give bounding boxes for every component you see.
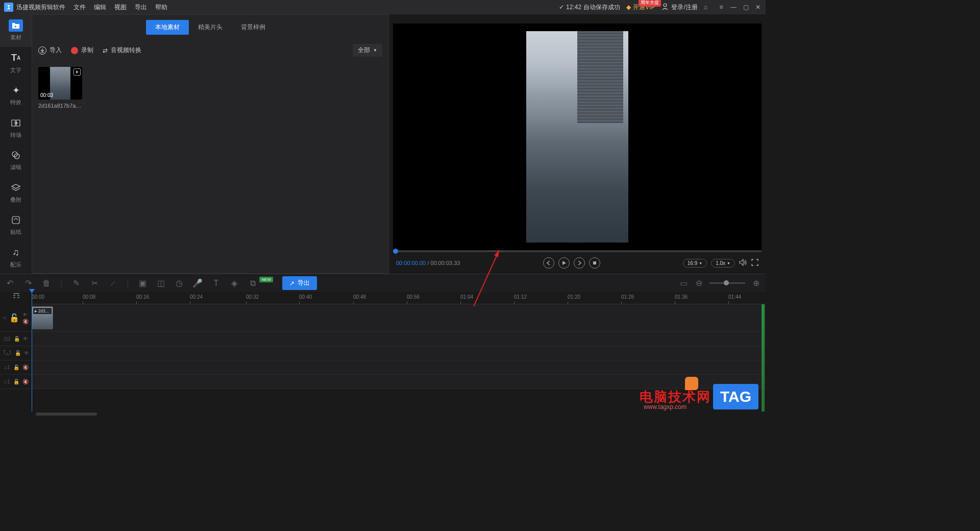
scrollbar-thumb[interactable] xyxy=(36,413,97,416)
audio-track-icon: ♫1 xyxy=(3,365,10,370)
voice-icon[interactable]: 🎤 xyxy=(193,279,202,288)
vip-button[interactable]: ◆ 开通VIP 周年大促 xyxy=(626,3,655,12)
zoom-in-icon[interactable]: ⊕ xyxy=(751,279,761,288)
convert-button[interactable]: ⇄ 音视频转换 xyxy=(103,46,141,55)
lock-icon[interactable]: 🔓 xyxy=(13,365,19,370)
lock-icon[interactable]: 🔓 xyxy=(14,336,20,342)
login-button[interactable]: 登录/注册 xyxy=(661,3,697,12)
lock-icon[interactable]: 🔓 xyxy=(15,350,21,356)
next-frame-button[interactable] xyxy=(574,257,585,269)
playhead[interactable] xyxy=(32,292,32,417)
timeline-scrollbar[interactable] xyxy=(32,412,766,417)
visible-icon[interactable]: 👁 xyxy=(22,312,29,318)
visible-icon[interactable]: 👁 xyxy=(24,350,29,356)
check-icon: ✓ xyxy=(559,4,564,11)
home-icon[interactable]: ⌂ xyxy=(704,4,707,11)
sidebar-item-overlay[interactable]: 叠附 xyxy=(0,177,32,209)
volume-icon[interactable] xyxy=(739,259,747,267)
speed-dropdown[interactable]: 1.0x ▼ xyxy=(711,259,735,268)
menu-view[interactable]: 视图 xyxy=(114,3,127,12)
mute-icon[interactable]: 🔇 xyxy=(22,365,29,370)
tab-background-samples[interactable]: 背景样例 xyxy=(232,20,275,35)
mute-icon[interactable]: 🔇 xyxy=(22,379,29,384)
speed-icon[interactable]: ◷ xyxy=(175,279,184,288)
user-icon xyxy=(661,3,669,12)
menu-help[interactable]: 帮助 xyxy=(155,3,167,12)
zoom-slider[interactable] xyxy=(709,282,745,284)
ruler-tick: 01:28 xyxy=(621,294,634,300)
preview-panel: 00:00:00.00 / 00:00:03.33 16:9 ▼ 1.0x ▼ xyxy=(389,14,766,274)
aspect-label: 16:9 xyxy=(688,260,697,266)
text-track[interactable]: TA1🔓👁 xyxy=(0,346,766,360)
visible-icon[interactable]: 👁 xyxy=(23,336,28,342)
undo-icon[interactable]: ↶ xyxy=(5,279,14,288)
music-icon: ♫ xyxy=(9,247,23,259)
sidebar-item-media[interactable]: 素材 xyxy=(0,14,32,47)
time-separator: / xyxy=(426,260,430,266)
lock-icon[interactable]: 🔓 xyxy=(13,379,19,384)
split-icon[interactable]: ✂ xyxy=(90,279,99,288)
timeline-ruler[interactable]: 00:00 00:08 00:16 00:24 00:32 00:40 00:4… xyxy=(32,292,766,304)
chevron-down-icon: ▼ xyxy=(373,48,377,53)
menu-edit[interactable]: 编辑 xyxy=(94,3,106,12)
stop-button[interactable] xyxy=(589,257,600,269)
menu-file[interactable]: 文件 xyxy=(74,3,86,12)
copy-icon[interactable]: ⧉ xyxy=(248,279,257,288)
transition-icon xyxy=(9,117,23,129)
app-title: 迅捷视频剪辑软件 xyxy=(16,3,65,12)
record-button[interactable]: 录制 xyxy=(71,46,93,55)
timeline-end-marker xyxy=(762,304,765,412)
tab-local-media[interactable]: 本地素材 xyxy=(146,20,189,35)
keyframe-icon[interactable]: ◈ xyxy=(230,279,239,288)
hamburger-icon[interactable]: ≡ xyxy=(718,4,725,11)
sidebar-item-music[interactable]: ♫ 配乐 xyxy=(0,242,32,274)
redo-icon[interactable]: ↷ xyxy=(23,279,33,288)
sidebar-item-text[interactable]: TA 文字 xyxy=(0,47,32,80)
trim-icon[interactable]: ⟋ xyxy=(108,279,117,288)
sidebar-label-overlay: 叠附 xyxy=(10,196,21,204)
aspect-ratio-dropdown[interactable]: 16:9 ▼ xyxy=(683,259,707,268)
filter-dropdown[interactable]: 全部 ▼ xyxy=(353,44,382,57)
chevron-down-icon: ▼ xyxy=(699,261,702,265)
folder-icon xyxy=(9,19,23,32)
tab-intro-templates[interactable]: 精美片头 xyxy=(189,20,232,35)
fullscreen-icon[interactable] xyxy=(751,259,758,267)
export-button[interactable]: ↗ 导出 xyxy=(282,276,317,290)
sidebar-item-effects[interactable]: ✦ 特效 xyxy=(0,79,32,112)
sidebar-item-sticker[interactable]: 贴纸 xyxy=(0,209,32,242)
scrubber-handle[interactable] xyxy=(393,249,398,254)
magnet-icon[interactable] xyxy=(12,293,20,302)
delete-icon[interactable]: 🗑 xyxy=(42,279,51,288)
close-icon[interactable]: ✕ xyxy=(754,4,762,11)
audio-track-1[interactable]: ♫1🔓🔇 xyxy=(0,360,766,375)
maximize-icon[interactable]: ▢ xyxy=(742,4,749,11)
video-track[interactable]: ▫ 🔓 👁 🔇 ▸ 2d1... xyxy=(0,304,766,332)
diamond-icon: ◆ xyxy=(626,4,631,11)
preview-scrubber[interactable] xyxy=(393,250,762,252)
adjust-icon[interactable]: ◫ xyxy=(156,279,165,288)
zoom-out-icon[interactable]: ⊖ xyxy=(694,279,703,288)
sidebar-item-filter[interactable]: 滤镜 xyxy=(0,144,32,177)
timeline-clip-label: 2d1... xyxy=(38,308,50,313)
pip-track[interactable]: ⊡1🔓👁 xyxy=(0,332,766,346)
play-button[interactable] xyxy=(558,257,570,269)
prev-frame-button[interactable] xyxy=(543,257,554,269)
preview-video[interactable] xyxy=(393,23,762,250)
ruler-tick: 00:08 xyxy=(83,294,95,300)
minimize-icon[interactable]: ― xyxy=(730,4,737,11)
display-mode-icon[interactable]: ▭ xyxy=(679,279,688,288)
sidebar-label-filter: 滤镜 xyxy=(10,163,21,171)
crop-icon[interactable]: ✎ xyxy=(71,279,81,288)
text-tool-icon[interactable]: T xyxy=(211,279,220,288)
lock-icon[interactable]: 🔓 xyxy=(9,313,19,323)
sidebar-item-transition[interactable]: 转场 xyxy=(0,112,32,144)
zoom-handle[interactable] xyxy=(724,280,729,285)
media-clip[interactable]: 00:03 2d161a817b7a2c... xyxy=(38,67,82,109)
import-button[interactable]: 导入 xyxy=(38,46,62,55)
clip-thumbnail: 00:03 xyxy=(38,67,82,100)
menu-export[interactable]: 导出 xyxy=(135,3,147,12)
text-icon: TA xyxy=(9,52,23,64)
freeze-icon[interactable]: ▣ xyxy=(138,279,147,288)
timeline-clip[interactable]: ▸ 2d1... xyxy=(32,306,53,329)
mute-icon[interactable]: 🔇 xyxy=(22,319,29,324)
